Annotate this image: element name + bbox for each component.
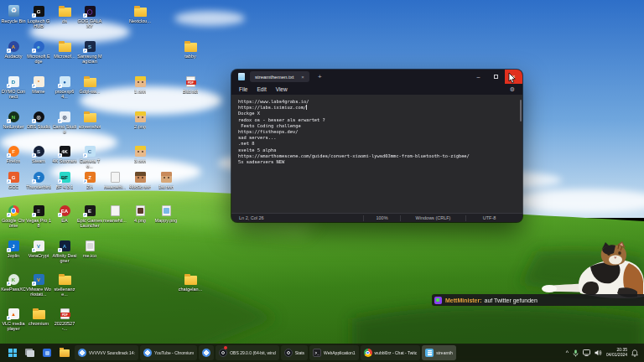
desktop-icon-gcc[interactable]: G↗GCC [1, 170, 26, 189]
taskbar-button-notepad-streamthemen[interactable]: streamth [422, 345, 455, 360]
desktop-icon-folder-tabby[interactable]: tabby [178, 39, 203, 59]
chromium-icon [202, 349, 210, 357]
minimize-button[interactable]: – [470, 70, 487, 84]
microphone-icon[interactable] [573, 349, 579, 357]
desktop-icon-recycle-bin[interactable]: ♻Recycle Bin [1, 4, 26, 23]
desktop-icon-folder-gdgl[interactable]: Gdgl-wa... [77, 75, 102, 94]
notepad-titlebar[interactable]: streamthemen.txt × + – × [231, 70, 522, 84]
keepassxc-icon: K↗ [8, 272, 19, 285]
desktop-icon-file-meanwhile-1[interactable]: meanwhi... [102, 170, 127, 189]
desktop-icon-label: VeraCrypt [29, 253, 49, 258]
taskbar-button-obs-stats[interactable]: Stats [281, 345, 308, 360]
desktop-icon-dymo-connect[interactable]: D↗DYMO Connect [1, 75, 26, 99]
desktop-icon-logitech-g-hub[interactable]: G↗Logitech G HUB [26, 4, 51, 28]
chat-notification[interactable]: MettMinister: auf Twitter gefunden [432, 294, 644, 306]
encoding[interactable]: UTF-8 [465, 215, 512, 221]
desktop-icon-vegas-pro[interactable]: ≡↗Vegas Pro 18 [26, 204, 51, 228]
taskbar-button-chromium-soundtrack[interactable]: VVVVVV Soundtrack 14: [75, 345, 138, 360]
char-beard-icon [135, 170, 146, 183]
desktop-icon-google-chrome[interactable]: ↗Google Chrome [1, 204, 26, 228]
desktop-icon-char-3[interactable]: 3.png [127, 144, 153, 163]
taskbar-button-file-explorer[interactable] [56, 345, 73, 360]
desktop-icon-bf-configurator[interactable]: BF↗BF 4.3.1 [52, 170, 77, 189]
notepad-app-icon [238, 73, 245, 80]
zoom-level[interactable]: 100% [363, 215, 400, 221]
character-image-icon [135, 146, 146, 157]
desktop-icon-char-1st[interactable]: 1st.png [153, 170, 179, 189]
chrome-icon: ↗ [8, 205, 19, 216]
taskbar-clock[interactable]: 20:35 04/01/2024 [606, 348, 627, 358]
taskbar-button-pinned-app[interactable] [39, 345, 55, 360]
desktop-icon-netlimiter[interactable]: N↗NetLimiter [1, 110, 26, 129]
vmware-workstation-glyph: V↗ [34, 274, 44, 285]
desktop-icon-char-beard[interactable]: 4fdc0c.png [127, 170, 153, 189]
desktop-icon-vmware-workstation[interactable]: V↗VMware Workstati... [26, 272, 51, 297]
desktop-icon-folder-microsoft[interactable]: Microsof... [52, 39, 77, 59]
taskbar-button-obs-main[interactable]: OBS 29.0.0 (64-bit, wind [216, 345, 278, 360]
desktop-icon-steam[interactable]: S↗Steam [26, 144, 51, 163]
char-1st-icon [161, 170, 172, 183]
notepad-tab[interactable]: streamthemen.txt × [250, 71, 309, 82]
text-line: https://www.labs4grabs.io/ [238, 99, 522, 105]
image-thumb [138, 208, 143, 214]
taskbar-button-task-view[interactable] [22, 345, 38, 360]
taskbar-button-start[interactable] [5, 345, 20, 360]
desktop-icon-pdf-bild[interactable]: PDFBild.pdf [178, 75, 203, 94]
menu-edit[interactable]: Edit [257, 86, 266, 92]
speaker-icon[interactable] [595, 349, 602, 356]
network-icon[interactable] [583, 349, 590, 356]
desktop-icon-ea-app[interactable]: EA↗EA [52, 204, 77, 223]
desktop-icon-camera-tool[interactable]: C↗Camera To... [77, 144, 102, 168]
maximize-button[interactable] [487, 70, 505, 84]
desktop-icon-pdf-20220527[interactable]: PDF20220527-... [52, 307, 77, 331]
taskbar-button-chromium-youtube[interactable]: YouTube - Chromium [140, 345, 197, 360]
desktop-icon-epic-games-launcher[interactable]: E↗Epic Games Launcher [77, 204, 102, 228]
tab-close-icon[interactable]: × [301, 75, 304, 80]
line-ending[interactable]: Windows (CRLF) [400, 215, 465, 221]
desktop-icon-vlc-media-player[interactable]: ▲↗VLC media player [1, 307, 26, 331]
desktop-icon-label: DYMO Connect [1, 89, 26, 99]
desktop-icon-zip[interactable]: Z↗Zip [77, 170, 102, 189]
desktop-icon-joplin[interactable]: J↗Joplin [1, 239, 26, 258]
desktop-icon-folder-chatgelan[interactable]: chatgelan... [178, 272, 203, 292]
desktop-icon-me-ico[interactable]: me.ico [77, 239, 102, 258]
desktop-icon-keepassxc[interactable]: K↗KeePassXC [1, 272, 26, 292]
scrollbar-thumb[interactable] [520, 100, 522, 122]
notification-bell-icon[interactable] [631, 349, 638, 357]
desktop-icon-affinity-designer[interactable]: A↗Affinity Designer [52, 239, 77, 263]
desktop-icon-mame[interactable]: *↗Mame [26, 75, 51, 94]
desktop-icon-thunderbird[interactable]: T↗Thunderbird [26, 170, 51, 189]
desktop-icon-label: Steam [32, 158, 45, 163]
new-tab-button[interactable]: + [318, 74, 322, 80]
desktop-icon-folder-ds[interactable]: ds [52, 4, 77, 23]
settings-gear-icon[interactable]: ⚙ [510, 86, 515, 93]
desktop-icon-char-1[interactable]: 1.png [127, 75, 153, 94]
taskbar-button-chrome-twitch-chat[interactable]: wubbl0rz - Chat - Twitc [361, 345, 421, 360]
taskbar-button-chromium-window[interactable] [199, 345, 214, 360]
desktop-icon-char-2[interactable]: 2.png [127, 110, 153, 129]
tray-chevron-up-icon[interactable]: ^ [566, 349, 569, 357]
desktop-icon-obs-studio[interactable]: ◎↗OBS Studio [26, 110, 51, 129]
menu-view[interactable]: View [276, 86, 288, 92]
taskbar-button-webapplication[interactable]: >_WebApplication1 [309, 345, 358, 360]
shortcut-arrow-icon: ↗ [32, 49, 36, 53]
desktop-icon-procexp64[interactable]: ●↗procexp64... [52, 75, 77, 99]
desktop-icon-folder-stellenanzeigen[interactable]: stellenanze... [52, 272, 77, 297]
desktop-icon-img-mappy[interactable]: Mappy.png [153, 204, 179, 223]
desktop-icon-img-4[interactable]: 4.png [127, 204, 153, 223]
menu-file[interactable]: File [239, 86, 247, 92]
notepad-text[interactable]: https://www.labs4grabs.io/https://labs.i… [231, 95, 522, 213]
desktop-icon-gog-galaxy[interactable]: ◯↗GOG GALAXY [77, 4, 102, 28]
desktop-icon-folder-nextcloud[interactable]: Nextclou... [127, 4, 153, 23]
desktop-icon-veracrypt[interactable]: V↗VeraCrypt [26, 239, 51, 258]
desktop-icon-microsoft-edge[interactable]: e↗Microsoft Edge [26, 39, 51, 64]
desktop-icon-4k-stogram[interactable]: 4K↗4K Stogram [52, 144, 77, 163]
desktop-icon-file-meanwhile-2[interactable]: meanwhil... [102, 204, 127, 223]
desktop-icon-samsung-magician[interactable]: S↗Samsung Magician [77, 39, 102, 64]
desktop-icon-firefox[interactable]: F↗Firefox [1, 144, 26, 163]
shortcut-arrow-icon: ↗ [7, 316, 11, 320]
desktop-icon-folder-screenshot[interactable]: screenshot [77, 110, 102, 129]
desktop-icon-audacity[interactable]: A↗Audacity [1, 39, 26, 59]
desktop-icon-folder-chromium[interactable]: chromium [26, 307, 51, 326]
desktop-icon-camo-studio[interactable]: ◎↗Camo Studio [52, 110, 77, 134]
